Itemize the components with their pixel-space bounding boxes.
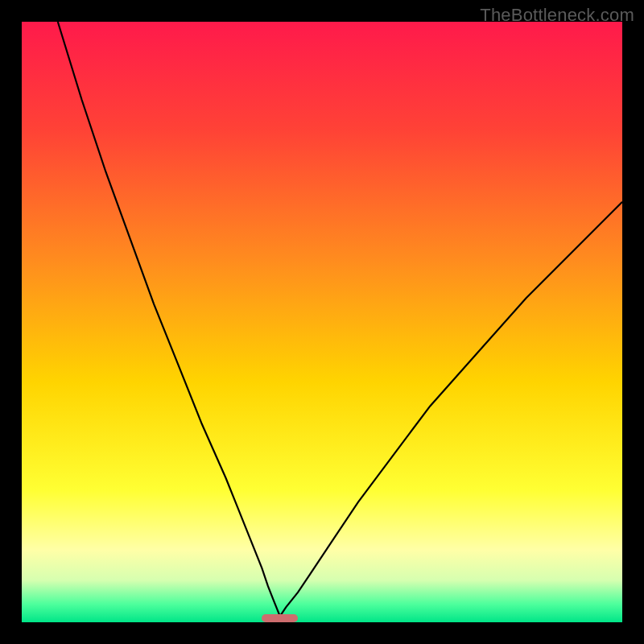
plot-area — [22, 22, 622, 622]
optimal-range-marker — [262, 614, 298, 622]
bottleneck-curve — [22, 22, 622, 622]
watermark-text: TheBottleneck.com — [480, 5, 634, 26]
curve-path — [58, 22, 622, 617]
outer-frame: TheBottleneck.com — [0, 0, 644, 644]
